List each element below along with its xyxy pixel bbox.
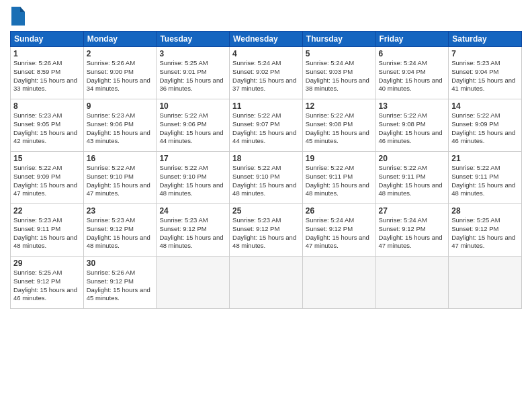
sunset-label: Sunset: 9:04 PM [379,68,426,75]
day-info: Sunrise: 5:23 AM Sunset: 9:11 PM Dayligh… [13,216,81,250]
calendar-day-cell: 5 Sunrise: 5:24 AM Sunset: 9:03 PM Dayli… [302,47,375,99]
sunrise-label: Sunrise: 5:24 AM [379,216,427,224]
day-info: Sunrise: 5:23 AM Sunset: 9:04 PM Dayligh… [451,59,519,93]
day-number: 2 [87,49,154,58]
sunset-label: Sunset: 8:59 PM [13,68,60,75]
sunrise-label: Sunrise: 5:22 AM [379,164,427,171]
sunrise-label: Sunrise: 5:22 AM [232,164,281,171]
day-number: 16 [87,154,154,163]
day-info: Sunrise: 5:22 AM Sunset: 9:08 PM Dayligh… [379,111,446,146]
day-number: 25 [232,206,300,216]
weekday-header: Monday [83,32,157,47]
daylight-label: Daylight: 15 hours and 48 minutes. [13,234,77,250]
sunset-label: Sunset: 9:09 PM [13,173,60,180]
calendar-day-cell [449,257,522,309]
day-number: 23 [87,206,154,216]
daylight-label: Daylight: 15 hours and 48 minutes. [232,181,296,197]
day-number: 27 [379,206,446,216]
day-number: 4 [232,49,300,58]
calendar-day-cell [230,257,303,309]
sunset-label: Sunset: 9:12 PM [306,225,353,232]
calendar-day-cell: 7 Sunrise: 5:23 AM Sunset: 9:04 PM Dayli… [449,47,522,99]
daylight-label: Daylight: 15 hours and 33 minutes. [13,77,77,93]
sunset-label: Sunset: 9:12 PM [13,277,60,285]
day-number: 12 [306,101,373,111]
sunrise-label: Sunrise: 5:22 AM [159,164,208,171]
day-number: 8 [13,101,81,111]
day-info: Sunrise: 5:22 AM Sunset: 9:08 PM Dayligh… [306,111,373,146]
daylight-label: Daylight: 15 hours and 48 minutes. [451,181,515,197]
sunset-label: Sunset: 9:10 PM [232,173,279,180]
day-info: Sunrise: 5:24 AM Sunset: 9:04 PM Dayligh… [379,59,446,93]
day-info: Sunrise: 5:22 AM Sunset: 9:09 PM Dayligh… [451,111,519,146]
calendar-day-cell: 9 Sunrise: 5:23 AM Sunset: 9:06 PM Dayli… [83,99,157,152]
calendar-day-cell: 30 Sunrise: 5:26 AM Sunset: 9:12 PM Dayl… [83,257,157,309]
sunrise-label: Sunrise: 5:22 AM [159,111,208,119]
day-info: Sunrise: 5:26 AM Sunset: 9:00 PM Dayligh… [87,59,154,93]
sunset-label: Sunset: 9:11 PM [379,173,426,180]
daylight-label: Daylight: 15 hours and 46 minutes. [13,286,77,302]
calendar-day-cell: 18 Sunrise: 5:22 AM Sunset: 9:10 PM Dayl… [230,152,303,204]
calendar-day-cell: 24 Sunrise: 5:23 AM Sunset: 9:12 PM Dayl… [157,204,230,257]
sunset-label: Sunset: 9:09 PM [451,120,498,128]
svg-marker-0 [11,7,25,26]
calendar-day-cell [157,257,230,309]
day-number: 10 [159,101,226,111]
sunset-label: Sunset: 9:12 PM [87,225,134,232]
day-number: 21 [451,154,519,163]
daylight-label: Daylight: 15 hours and 47 minutes. [306,234,369,250]
sunset-label: Sunset: 9:01 PM [159,68,206,75]
day-info: Sunrise: 5:26 AM Sunset: 9:12 PM Dayligh… [87,269,154,303]
svg-marker-1 [20,7,25,12]
day-number: 24 [159,206,226,216]
sunset-label: Sunset: 9:10 PM [87,173,134,180]
calendar-header: SundayMondayTuesdayWednesdayThursdayFrid… [11,32,522,47]
calendar-day-cell: 11 Sunrise: 5:22 AM Sunset: 9:07 PM Dayl… [230,99,303,152]
sunrise-label: Sunrise: 5:22 AM [13,164,62,171]
sunset-label: Sunset: 9:08 PM [379,120,426,128]
day-info: Sunrise: 5:23 AM Sunset: 9:05 PM Dayligh… [13,111,81,146]
calendar-day-cell: 26 Sunrise: 5:24 AM Sunset: 9:12 PM Dayl… [302,204,375,257]
day-number: 26 [306,206,373,216]
sunrise-label: Sunrise: 5:25 AM [159,59,208,66]
daylight-label: Daylight: 15 hours and 34 minutes. [87,77,150,93]
sunset-label: Sunset: 9:12 PM [159,225,206,232]
calendar-week-row: 15 Sunrise: 5:22 AM Sunset: 9:09 PM Dayl… [11,152,522,204]
sunset-label: Sunset: 9:10 PM [159,173,206,180]
day-number: 17 [159,154,226,163]
logo-icon [11,7,25,26]
calendar-week-row: 29 Sunrise: 5:25 AM Sunset: 9:12 PM Dayl… [11,257,522,309]
weekday-header: Thursday [302,32,375,47]
daylight-label: Daylight: 15 hours and 48 minutes. [87,234,150,250]
day-info: Sunrise: 5:23 AM Sunset: 9:12 PM Dayligh… [159,216,226,250]
weekday-header: Saturday [449,32,522,47]
calendar-day-cell: 10 Sunrise: 5:22 AM Sunset: 9:06 PM Dayl… [157,99,230,152]
daylight-label: Daylight: 15 hours and 47 minutes. [379,234,443,250]
calendar-day-cell: 21 Sunrise: 5:22 AM Sunset: 9:11 PM Dayl… [449,152,522,204]
sunrise-label: Sunrise: 5:23 AM [87,216,135,224]
calendar-day-cell: 23 Sunrise: 5:23 AM Sunset: 9:12 PM Dayl… [83,204,157,257]
calendar-body: 1 Sunrise: 5:26 AM Sunset: 8:59 PM Dayli… [11,47,522,309]
calendar-day-cell: 16 Sunrise: 5:22 AM Sunset: 9:10 PM Dayl… [83,152,157,204]
day-info: Sunrise: 5:23 AM Sunset: 9:12 PM Dayligh… [87,216,154,250]
day-info: Sunrise: 5:22 AM Sunset: 9:11 PM Dayligh… [306,164,373,198]
sunset-label: Sunset: 9:00 PM [87,68,134,75]
day-info: Sunrise: 5:24 AM Sunset: 9:12 PM Dayligh… [379,216,446,250]
calendar-day-cell: 4 Sunrise: 5:24 AM Sunset: 9:02 PM Dayli… [230,47,303,99]
daylight-label: Daylight: 15 hours and 48 minutes. [159,181,223,197]
sunrise-label: Sunrise: 5:23 AM [451,59,500,66]
daylight-label: Daylight: 15 hours and 41 minutes. [451,77,515,93]
day-number: 9 [87,101,154,111]
calendar-day-cell: 28 Sunrise: 5:25 AM Sunset: 9:12 PM Dayl… [449,204,522,257]
day-number: 15 [13,154,81,163]
daylight-label: Daylight: 15 hours and 48 minutes. [379,181,443,197]
calendar-day-cell: 12 Sunrise: 5:22 AM Sunset: 9:08 PM Dayl… [302,99,375,152]
sunrise-label: Sunrise: 5:23 AM [13,216,62,224]
day-number: 19 [306,154,373,163]
calendar-day-cell: 20 Sunrise: 5:22 AM Sunset: 9:11 PM Dayl… [375,152,449,204]
daylight-label: Daylight: 15 hours and 45 minutes. [306,129,369,145]
sunset-label: Sunset: 9:07 PM [232,120,279,128]
day-info: Sunrise: 5:22 AM Sunset: 9:10 PM Dayligh… [87,164,154,198]
logo [10,7,25,26]
sunrise-label: Sunrise: 5:22 AM [306,111,354,119]
